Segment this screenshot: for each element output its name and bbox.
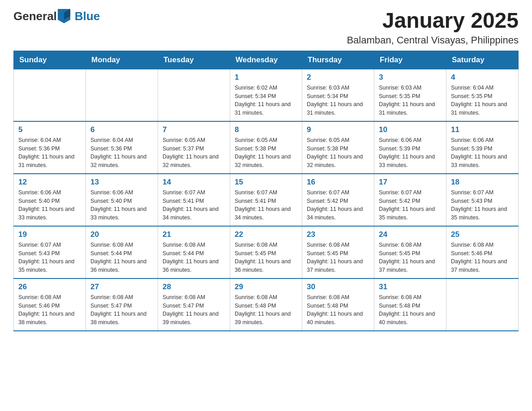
- day-number: 7: [163, 125, 225, 134]
- day-number: 4: [451, 73, 514, 82]
- calendar-day-cell: [86, 69, 158, 121]
- day-info: Sunrise: 6:05 AMSunset: 5:38 PMDaylight:…: [235, 136, 297, 170]
- calendar-day-cell: 17Sunrise: 6:07 AMSunset: 5:42 PMDayligh…: [374, 174, 446, 226]
- day-of-week-header: Monday: [86, 51, 158, 69]
- logo-wordmark: General: [13, 9, 71, 23]
- calendar-day-cell: 11Sunrise: 6:06 AMSunset: 5:39 PMDayligh…: [446, 121, 519, 174]
- logo: General Blue: [13, 9, 100, 23]
- day-info: Sunrise: 6:07 AMSunset: 5:41 PMDaylight:…: [163, 188, 225, 222]
- logo-blue: Blue: [75, 9, 100, 23]
- day-info: Sunrise: 6:08 AMSunset: 5:48 PMDaylight:…: [307, 293, 369, 327]
- calendar-week-row: 19Sunrise: 6:07 AMSunset: 5:43 PMDayligh…: [14, 226, 519, 278]
- day-number: 13: [90, 178, 153, 187]
- calendar-week-row: 5Sunrise: 6:04 AMSunset: 5:36 PMDaylight…: [14, 121, 519, 174]
- calendar-day-cell: [446, 278, 519, 331]
- calendar-day-cell: 9Sunrise: 6:05 AMSunset: 5:38 PMDaylight…: [302, 121, 374, 174]
- day-number: 27: [90, 283, 153, 291]
- day-info: Sunrise: 6:04 AMSunset: 5:36 PMDaylight:…: [18, 136, 81, 170]
- calendar-day-cell: 12Sunrise: 6:06 AMSunset: 5:40 PMDayligh…: [14, 174, 86, 226]
- calendar-day-cell: 7Sunrise: 6:05 AMSunset: 5:37 PMDaylight…: [158, 121, 230, 174]
- logo-general: General: [13, 9, 57, 23]
- day-info: Sunrise: 6:06 AMSunset: 5:39 PMDaylight:…: [451, 136, 514, 170]
- page-header: General Blue January 2025 Balamban, Cent…: [13, 9, 519, 46]
- calendar-day-cell: 3Sunrise: 6:03 AMSunset: 5:35 PMDaylight…: [374, 69, 446, 121]
- day-number: 31: [379, 283, 442, 291]
- calendar-day-cell: 4Sunrise: 6:04 AMSunset: 5:35 PMDaylight…: [446, 69, 519, 121]
- calendar-day-cell: 1Sunrise: 6:02 AMSunset: 5:34 PMDaylight…: [230, 69, 302, 121]
- calendar-day-cell: 23Sunrise: 6:08 AMSunset: 5:45 PMDayligh…: [302, 226, 374, 278]
- day-number: 30: [307, 283, 369, 291]
- day-info: Sunrise: 6:08 AMSunset: 5:45 PMDaylight:…: [379, 241, 442, 274]
- day-info: Sunrise: 6:08 AMSunset: 5:45 PMDaylight:…: [235, 241, 297, 274]
- day-number: 22: [235, 230, 297, 239]
- calendar-table: SundayMondayTuesdayWednesdayThursdayFrid…: [13, 51, 519, 331]
- calendar-day-cell: 31Sunrise: 6:08 AMSunset: 5:48 PMDayligh…: [374, 278, 446, 331]
- day-number: 23: [307, 230, 369, 239]
- day-of-week-header: Tuesday: [158, 51, 230, 69]
- calendar-day-cell: 25Sunrise: 6:08 AMSunset: 5:46 PMDayligh…: [446, 226, 519, 278]
- day-info: Sunrise: 6:06 AMSunset: 5:40 PMDaylight:…: [90, 188, 153, 222]
- calendar-day-cell: 30Sunrise: 6:08 AMSunset: 5:48 PMDayligh…: [302, 278, 374, 331]
- calendar-title: January 2025: [347, 9, 519, 33]
- day-number: 18: [451, 178, 514, 187]
- calendar-header: SundayMondayTuesdayWednesdayThursdayFrid…: [14, 51, 519, 69]
- day-info: Sunrise: 6:08 AMSunset: 5:48 PMDaylight:…: [379, 293, 442, 327]
- day-info: Sunrise: 6:06 AMSunset: 5:40 PMDaylight:…: [18, 188, 81, 222]
- day-info: Sunrise: 6:03 AMSunset: 5:35 PMDaylight:…: [379, 84, 442, 117]
- day-number: 12: [18, 178, 81, 187]
- day-number: 20: [90, 230, 153, 239]
- day-number: 24: [379, 230, 442, 239]
- day-info: Sunrise: 6:05 AMSunset: 5:37 PMDaylight:…: [163, 136, 225, 170]
- day-info: Sunrise: 6:08 AMSunset: 5:46 PMDaylight:…: [18, 293, 81, 327]
- day-of-week-header: Sunday: [14, 51, 86, 69]
- day-info: Sunrise: 6:07 AMSunset: 5:41 PMDaylight:…: [235, 188, 297, 222]
- day-number: 10: [379, 125, 442, 134]
- title-section: January 2025 Balamban, Central Visayas, …: [347, 9, 519, 46]
- days-of-week-row: SundayMondayTuesdayWednesdayThursdayFrid…: [14, 51, 519, 69]
- day-number: 2: [307, 73, 369, 82]
- day-info: Sunrise: 6:08 AMSunset: 5:47 PMDaylight:…: [90, 293, 153, 327]
- calendar-body: 1Sunrise: 6:02 AMSunset: 5:34 PMDaylight…: [14, 69, 519, 331]
- day-info: Sunrise: 6:08 AMSunset: 5:48 PMDaylight:…: [235, 293, 297, 327]
- day-info: Sunrise: 6:03 AMSunset: 5:34 PMDaylight:…: [307, 84, 369, 117]
- day-number: 19: [18, 230, 81, 239]
- day-number: 14: [163, 178, 225, 187]
- day-info: Sunrise: 6:07 AMSunset: 5:42 PMDaylight:…: [379, 188, 442, 222]
- day-number: 5: [18, 125, 81, 134]
- day-info: Sunrise: 6:07 AMSunset: 5:43 PMDaylight:…: [451, 188, 514, 222]
- calendar-day-cell: 8Sunrise: 6:05 AMSunset: 5:38 PMDaylight…: [230, 121, 302, 174]
- calendar-week-row: 26Sunrise: 6:08 AMSunset: 5:46 PMDayligh…: [14, 278, 519, 331]
- calendar-day-cell: 26Sunrise: 6:08 AMSunset: 5:46 PMDayligh…: [14, 278, 86, 331]
- day-number: 29: [235, 283, 297, 291]
- day-number: 6: [90, 125, 153, 134]
- day-info: Sunrise: 6:08 AMSunset: 5:47 PMDaylight:…: [163, 293, 225, 327]
- day-number: 21: [163, 230, 225, 239]
- day-info: Sunrise: 6:04 AMSunset: 5:35 PMDaylight:…: [451, 84, 514, 117]
- calendar-subtitle: Balamban, Central Visayas, Philippines: [347, 34, 519, 46]
- day-number: 9: [307, 125, 369, 134]
- calendar-day-cell: 24Sunrise: 6:08 AMSunset: 5:45 PMDayligh…: [374, 226, 446, 278]
- calendar-day-cell: 5Sunrise: 6:04 AMSunset: 5:36 PMDaylight…: [14, 121, 86, 174]
- day-info: Sunrise: 6:07 AMSunset: 5:43 PMDaylight:…: [18, 241, 81, 274]
- calendar-day-cell: 18Sunrise: 6:07 AMSunset: 5:43 PMDayligh…: [446, 174, 519, 226]
- calendar-week-row: 1Sunrise: 6:02 AMSunset: 5:34 PMDaylight…: [14, 69, 519, 121]
- day-of-week-header: Saturday: [446, 51, 519, 69]
- day-number: 1: [235, 73, 297, 82]
- calendar-day-cell: 19Sunrise: 6:07 AMSunset: 5:43 PMDayligh…: [14, 226, 86, 278]
- day-info: Sunrise: 6:05 AMSunset: 5:38 PMDaylight:…: [307, 136, 369, 170]
- day-number: 16: [307, 178, 369, 187]
- calendar-day-cell: 29Sunrise: 6:08 AMSunset: 5:48 PMDayligh…: [230, 278, 302, 331]
- day-number: 28: [163, 283, 225, 291]
- day-of-week-header: Wednesday: [230, 51, 302, 69]
- day-info: Sunrise: 6:02 AMSunset: 5:34 PMDaylight:…: [235, 84, 297, 117]
- day-info: Sunrise: 6:08 AMSunset: 5:44 PMDaylight:…: [163, 241, 225, 274]
- day-number: 17: [379, 178, 442, 187]
- calendar-day-cell: 2Sunrise: 6:03 AMSunset: 5:34 PMDaylight…: [302, 69, 374, 121]
- calendar-day-cell: 22Sunrise: 6:08 AMSunset: 5:45 PMDayligh…: [230, 226, 302, 278]
- calendar-day-cell: 28Sunrise: 6:08 AMSunset: 5:47 PMDayligh…: [158, 278, 230, 331]
- day-of-week-header: Thursday: [302, 51, 374, 69]
- day-info: Sunrise: 6:07 AMSunset: 5:42 PMDaylight:…: [307, 188, 369, 222]
- calendar-day-cell: [158, 69, 230, 121]
- calendar-day-cell: 6Sunrise: 6:04 AMSunset: 5:36 PMDaylight…: [86, 121, 158, 174]
- day-info: Sunrise: 6:04 AMSunset: 5:36 PMDaylight:…: [90, 136, 153, 170]
